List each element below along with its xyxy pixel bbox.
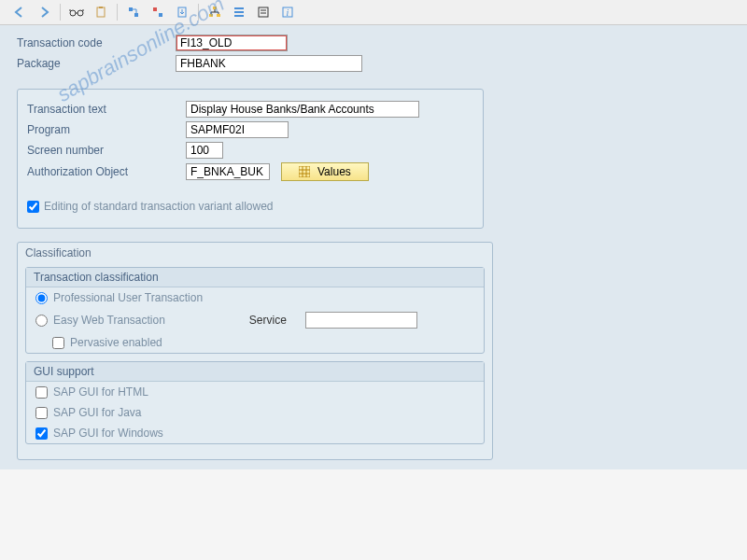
toolbar: i [0, 0, 747, 25]
values-button[interactable]: Values [281, 162, 369, 181]
glasses-icon[interactable] [66, 2, 87, 22]
screen-input[interactable] [186, 142, 223, 159]
align-icon[interactable] [229, 2, 249, 22]
wrench-icon[interactable] [148, 2, 168, 22]
package-label: Package [17, 57, 176, 70]
tcode-input[interactable] [176, 35, 288, 51]
forward-arrow-icon[interactable] [34, 2, 54, 22]
tcode-label: Transaction code [17, 36, 176, 49]
svg-rect-3 [99, 7, 103, 8]
hierarchy-icon[interactable] [204, 2, 225, 22]
gui-html-checkbox[interactable] [35, 386, 48, 399]
ttext-label: Transaction text [27, 103, 186, 116]
svg-rect-6 [153, 7, 157, 11]
svg-rect-2 [97, 7, 105, 17]
detail-panel: Transaction text Program Screen number A… [17, 89, 484, 229]
export-icon[interactable] [172, 2, 192, 22]
svg-point-0 [70, 10, 76, 16]
package-input[interactable] [176, 55, 362, 72]
structure-icon[interactable] [123, 2, 144, 22]
easy-label: Easy Web Transaction [53, 314, 165, 327]
svg-point-1 [78, 10, 83, 16]
easy-radio[interactable] [35, 315, 48, 327]
svg-rect-10 [209, 14, 213, 17]
values-button-label: Values [317, 165, 351, 178]
program-input[interactable] [186, 121, 289, 138]
tc-title: Transaction classification [26, 268, 484, 287]
classification-group: Classification Transaction classificatio… [17, 242, 493, 460]
gui-win-checkbox[interactable] [35, 427, 48, 440]
svg-rect-9 [213, 7, 217, 9]
pervasive-label: Pervasive enabled [70, 336, 162, 349]
gui-java-label: SAP GUI for Java [53, 406, 141, 419]
svg-rect-15 [299, 166, 310, 177]
service-label: Service [249, 314, 287, 327]
separator [117, 4, 118, 21]
auth-label: Authorization Object [27, 165, 186, 178]
svg-rect-5 [134, 13, 138, 17]
service-input[interactable] [305, 312, 417, 329]
gui-java-checkbox[interactable] [35, 407, 48, 419]
svg-text:i: i [287, 7, 289, 18]
separator [60, 4, 61, 21]
transaction-classification-group: Transaction classification Professional … [25, 267, 485, 354]
ttext-input[interactable] [186, 101, 419, 118]
svg-rect-11 [217, 14, 220, 17]
separator [198, 4, 199, 21]
classification-title: Classification [18, 243, 492, 263]
auth-input[interactable] [186, 163, 270, 180]
program-label: Program [27, 123, 186, 136]
gui-win-label: SAP GUI for Windows [53, 427, 163, 440]
edit-variant-checkbox[interactable] [27, 201, 39, 213]
clipboard-icon[interactable] [91, 2, 111, 22]
prof-label: Professional User Transaction [53, 291, 203, 304]
gui-title: GUI support [26, 362, 484, 382]
svg-rect-7 [159, 13, 162, 17]
properties-icon[interactable] [253, 2, 274, 22]
gui-html-label: SAP GUI for HTML [53, 385, 148, 399]
content-area: sapbrainsonline.com Transaction code Pac… [0, 25, 747, 469]
gui-support-group: GUI support SAP GUI for HTML SAP GUI for… [25, 361, 485, 444]
edit-variant-label: Editing of standard transaction variant … [44, 200, 273, 213]
pervasive-checkbox[interactable] [52, 337, 64, 349]
screen-label: Screen number [27, 144, 186, 157]
svg-rect-12 [259, 7, 268, 17]
grid-icon [299, 166, 310, 177]
info-icon[interactable]: i [277, 2, 298, 22]
back-arrow-icon[interactable] [9, 2, 30, 22]
svg-rect-4 [129, 7, 133, 11]
prof-radio[interactable] [35, 292, 48, 304]
